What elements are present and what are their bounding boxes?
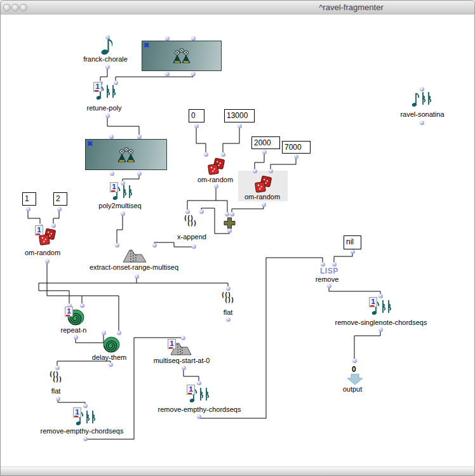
note-icon-franck-chorale[interactable]	[100, 37, 116, 55]
outarrow-icon-output[interactable]	[347, 374, 363, 385]
wire-b2000-to-omrandomsel[interactable]	[255, 152, 264, 170]
outlet-port-x-append[interactable]	[192, 244, 196, 249]
wire-xappend-to-extract[interactable]	[154, 242, 194, 247]
inlet-port-delay-them[interactable]	[117, 331, 121, 335]
zoom-window-icon[interactable]	[20, 4, 27, 11]
dice-icon-om-random-sel[interactable]	[253, 175, 271, 193]
outlet-port-poly2multiseq[interactable]	[121, 211, 125, 216]
inlet-port-x-append[interactable]	[185, 209, 190, 214]
multiseq-icon-ravel-sonatina[interactable]	[411, 91, 434, 109]
inlet-port-multiseq-start-at-0[interactable]	[181, 336, 185, 340]
outlet-port-remove-empthy-chordseqs-mid[interactable]	[197, 414, 201, 419]
lisp-icon-remove-lisp[interactable]: LISP	[320, 267, 339, 275]
wire-omrandom-to-omplus[interactable]	[216, 201, 227, 213]
trapezoid-icon-extract-onset-range-multiseq[interactable]	[123, 249, 152, 263]
outlet-port-om-random-top[interactable]	[214, 184, 218, 188]
outlet-port-remove-lisp[interactable]	[327, 284, 331, 288]
patch-canvas[interactable]: 0130002000700012nilfranck-chorale✖1retun…	[1, 15, 474, 467]
inlet-port-maquette-top[interactable]	[191, 36, 196, 41]
wire-repeatn-to-delaythem[interactable]	[76, 334, 104, 343]
title-bar[interactable]: ^ravel-fragmenter	[1, 1, 474, 15]
value-box-box-7000[interactable]: 7000	[282, 141, 311, 154]
wire-omrandomsel-to-omplus[interactable]	[232, 206, 264, 213]
value-box-box-13000[interactable]: 13000	[224, 109, 255, 122]
wire-flatleft-to-removeempL[interactable]	[58, 399, 85, 405]
close-patch-icon[interactable]: ✖	[87, 140, 93, 148]
plus-icon-om-plus[interactable]	[224, 217, 236, 229]
inlet-port-x-append[interactable]	[199, 209, 204, 214]
outlet-port-om-plus[interactable]	[227, 228, 232, 233]
inlet-port-extract-onset-range-multiseq[interactable]	[152, 243, 157, 248]
outlet-port-retune-poly[interactable]	[105, 114, 110, 118]
outlet-port-maquette-mid[interactable]	[137, 171, 142, 176]
inlet-port-poly2multiseq[interactable]	[121, 181, 125, 185]
inlet-port-ravel-sonatina[interactable]	[420, 87, 424, 91]
outlet-port-box-2[interactable]	[57, 207, 62, 211]
wire-extract-to-repeatn[interactable]	[39, 283, 137, 305]
wire-nil-to-remove[interactable]	[334, 252, 352, 263]
inlet-port-om-random-top[interactable]	[221, 152, 225, 157]
inlet-port-flat-left[interactable]	[55, 366, 60, 370]
inlet-port-output[interactable]	[352, 359, 357, 363]
wire-extract-to-flatright[interactable]	[137, 277, 228, 288]
wire-msstart-to-removeempM[interactable]	[184, 368, 199, 382]
outlet-port-maquette-mid[interactable]	[110, 171, 114, 176]
inlet-port-om-random-top[interactable]	[204, 152, 208, 157]
wire-remove-to-singlenote[interactable]	[329, 286, 380, 295]
outlet-port-maquette-top[interactable]	[165, 72, 170, 76]
inlet-port-om-random-left[interactable]	[51, 223, 56, 228]
inlet-port-maquette-mid[interactable]	[137, 135, 142, 139]
outlet-port-box-0[interactable]	[194, 124, 199, 128]
wire-b13000-to-omrandom[interactable]	[223, 126, 239, 154]
outlet-port-om-random-sel[interactable]	[262, 202, 266, 207]
maquette-box-maquette-top[interactable]: ✖	[142, 41, 222, 71]
outlet-port-om-random-left[interactable]	[45, 259, 50, 263]
inlet-port-om-random-sel[interactable]	[269, 169, 273, 173]
inlet-port-remove-lisp[interactable]	[332, 262, 337, 267]
wire-maqmid-to-poly2ms[interactable]	[123, 174, 139, 182]
value-box-box-0[interactable]: 0	[189, 109, 204, 122]
inlet-port-om-plus[interactable]	[225, 212, 229, 216]
value-box-box-1[interactable]: 1	[22, 192, 36, 206]
value-box-box-2[interactable]: 2	[53, 192, 67, 206]
wire-maqtop-to-retune[interactable]	[116, 74, 193, 81]
wire-removeempM-to-remove[interactable]	[199, 258, 323, 418]
outlet-port-box-1[interactable]	[26, 207, 30, 211]
outlet-port-remove-singlenote-chordseqs[interactable]	[378, 327, 383, 332]
outlet-port-box-nil[interactable]	[351, 249, 355, 254]
paren-icon-flat-right[interactable]: (()())	[221, 293, 235, 307]
inlet-port-remove-empthy-chordseqs-mid[interactable]	[197, 381, 201, 385]
maquette-box-maquette-mid[interactable]: ✖	[85, 139, 167, 170]
wire-delaythem-to-flatleft[interactable]	[57, 361, 110, 367]
minimize-window-icon[interactable]	[11, 4, 19, 11]
outlet-port-box-13000[interactable]	[238, 124, 242, 128]
inlet-port-maquette-mid[interactable]	[109, 135, 114, 139]
inlet-port-remove-lisp[interactable]	[321, 262, 325, 267]
value-box-box-nil[interactable]: nil	[344, 235, 361, 249]
outlet-port-multiseq-start-at-0[interactable]	[182, 366, 186, 370]
wire-b7000-to-omrandomsel[interactable]	[271, 157, 296, 170]
close-window-icon[interactable]	[3, 4, 11, 11]
outlet-port-franck-chorale[interactable]	[105, 65, 110, 69]
wire-removeempL-to-msstart[interactable]	[85, 338, 183, 439]
value-box-box-2000[interactable]: 2000	[251, 136, 280, 149]
inlet-port-remove-singlenote-chordseqs[interactable]	[378, 294, 383, 298]
outlet-port-box-7000[interactable]	[294, 154, 298, 159]
paren-icon-flat-left[interactable]: (()())	[49, 372, 63, 386]
inlet-port-repeat-n[interactable]	[80, 303, 84, 308]
wire-omrandom-to-xappend[interactable]	[187, 187, 216, 211]
wire-franck-to-retune[interactable]	[100, 68, 107, 81]
inlet-port-remove-empthy-chordseqs-left[interactable]	[83, 404, 88, 408]
outlet-port-flat-left[interactable]	[56, 397, 60, 401]
wire-b0-to-omrandom[interactable]	[196, 126, 206, 154]
inlet-port-retune-poly[interactable]	[114, 81, 118, 85]
inlet-port-maquette-top[interactable]	[165, 36, 170, 41]
inlet-port-flat-right[interactable]	[226, 286, 231, 291]
dice-icon-om-random-top[interactable]	[206, 157, 224, 175]
close-patch-icon[interactable]: ✖	[144, 41, 149, 50]
spiral-icon-delay-them[interactable]	[103, 336, 120, 353]
outlet-port-remove-empthy-chordseqs-left[interactable]	[83, 437, 88, 441]
inlet-port-franck-chorale[interactable]	[105, 35, 110, 39]
outlet-port-delay-them[interactable]	[109, 362, 113, 367]
outlet-port-ravel-sonatina[interactable]	[420, 121, 424, 125]
